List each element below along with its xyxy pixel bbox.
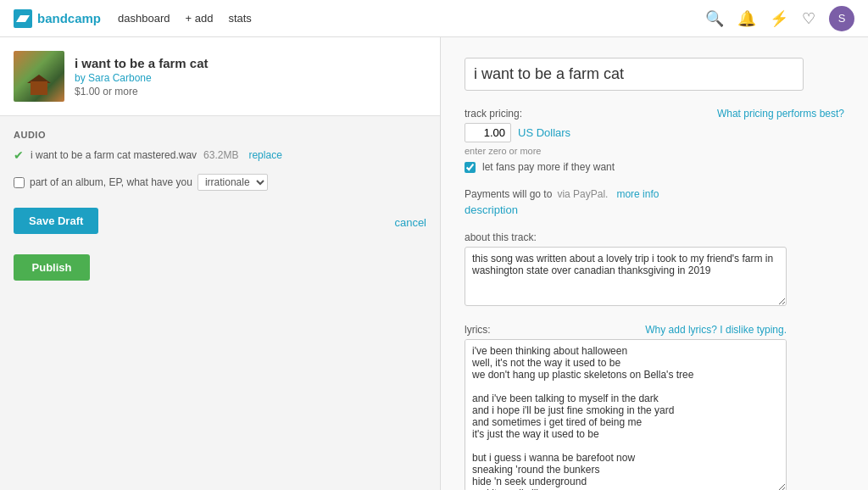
track-card-price: $1.00 or more [75, 86, 209, 97]
add-lyrics-link[interactable]: Why add lyrics? I dislike typing. [645, 324, 787, 336]
track-thumbnail [14, 51, 64, 102]
lyrics-label: lyrics: [465, 324, 491, 336]
lyrics-section: lyrics: Why add lyrics? I dislike typing… [465, 324, 844, 490]
pricing-section: track pricing: What pricing performs bes… [465, 108, 844, 173]
description-link[interactable]: description [465, 203, 844, 216]
logo-text: bandcamp [37, 11, 101, 25]
audio-file-name: i want to be a farm cat mastered.wav [31, 149, 197, 161]
avatar[interactable]: S [829, 6, 854, 31]
main-layout: i want to be a farm cat by Sara Carbone … [0, 37, 868, 490]
left-panel: i want to be a farm cat by Sara Carbone … [0, 37, 441, 490]
pricing-best-link[interactable]: What pricing performs best? [717, 108, 844, 120]
audio-file-row: ✔ i want to be a farm cat mastered.wav 6… [14, 148, 426, 162]
dashboard-link[interactable]: dashboard [118, 12, 170, 25]
publish-button[interactable]: Publish [14, 254, 90, 281]
album-checkbox[interactable] [14, 177, 25, 188]
add-link[interactable]: + add [185, 12, 213, 25]
audio-section-label: AUDIO [14, 130, 426, 140]
right-panel: track pricing: What pricing performs bes… [441, 37, 868, 490]
pricing-label-row: track pricing: What pricing performs bes… [465, 108, 844, 120]
bell-icon[interactable]: 🔔 [737, 9, 756, 28]
action-row: Save Draft cancel [14, 208, 426, 244]
checkmark-icon: ✔ [14, 148, 24, 162]
more-info-link[interactable]: more info [616, 188, 659, 200]
track-header: i want to be a farm cat by Sara Carbone … [0, 37, 440, 116]
house-body [31, 81, 47, 95]
payments-label: Payments will go to [465, 188, 552, 200]
track-info: i want to be a farm cat by Sara Carbone … [75, 56, 209, 97]
fans-pay-more-row: let fans pay more if they want [465, 161, 844, 173]
replace-link[interactable]: replace [248, 149, 281, 161]
album-checkbox-row: part of an album, EP, what have you irra… [14, 174, 426, 191]
heart-icon[interactable]: ♡ [802, 9, 815, 28]
currency-label: US Dollars [518, 126, 570, 139]
lyrics-textarea[interactable]: i've been thinking about halloween well,… [465, 339, 787, 490]
bandcamp-logo-icon [14, 9, 32, 28]
about-label: about this track: [465, 231, 844, 243]
avatar-initial: S [838, 12, 846, 25]
about-textarea[interactable]: this song was written about a lovely tri… [465, 247, 787, 306]
cancel-link[interactable]: cancel [394, 216, 426, 229]
track-card-artist: by Sara Carbone [75, 72, 209, 84]
via-paypal-label: via PayPal. [557, 188, 608, 200]
lyrics-header-row: lyrics: Why add lyrics? I dislike typing… [465, 324, 787, 336]
top-navigation: bandcamp dashboard + add stats 🔍 🔔 ⚡ ♡ S [0, 0, 868, 37]
logo[interactable]: bandcamp [14, 9, 101, 28]
search-icon[interactable]: 🔍 [705, 9, 724, 28]
lightning-icon[interactable]: ⚡ [770, 9, 788, 28]
left-content: AUDIO ✔ i want to be a farm cat mastered… [0, 116, 440, 294]
fans-pay-more-label: let fans pay more if they want [482, 161, 615, 173]
about-section: about this track: this song was written … [465, 231, 844, 309]
payments-row: Payments will go to via PayPal. more inf… [465, 188, 844, 200]
album-select[interactable]: irrationale [198, 174, 268, 191]
price-hint: enter zero or more [465, 146, 844, 156]
nav-right: 🔍 🔔 ⚡ ♡ S [705, 6, 854, 31]
track-card-title: i want to be a farm cat [75, 56, 209, 70]
pricing-input-row: US Dollars [465, 123, 844, 142]
save-draft-button[interactable]: Save Draft [14, 208, 98, 234]
nav-links: dashboard + add stats [118, 12, 688, 25]
album-checkbox-label: part of an album, EP, what have you [30, 176, 192, 188]
audio-file-size: 63.2MB [203, 149, 238, 161]
fans-pay-more-checkbox[interactable] [465, 162, 476, 173]
stats-link[interactable]: stats [228, 12, 251, 25]
pricing-label: track pricing: [465, 108, 541, 120]
track-title-input[interactable] [465, 58, 804, 91]
price-input[interactable] [465, 123, 511, 142]
